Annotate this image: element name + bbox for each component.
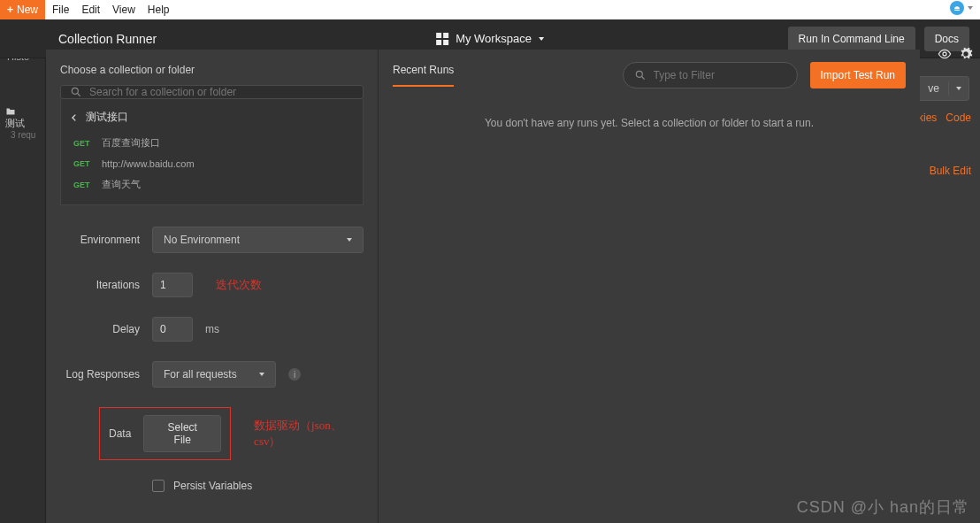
annotation-iterations: 迭代次数 bbox=[216, 277, 262, 293]
sidebar-coll-label: 测试 bbox=[5, 118, 25, 128]
gear-icon[interactable] bbox=[959, 46, 973, 62]
method-badge: GET bbox=[73, 181, 95, 189]
workspace-icon bbox=[436, 33, 448, 45]
run-cmd-button[interactable]: Run In Command Line bbox=[788, 27, 915, 51]
environment-value: No Environment bbox=[164, 234, 240, 246]
annotation-data: 数据驱动（json、csv） bbox=[254, 418, 364, 450]
tree-item-label: 查询天气 bbox=[102, 178, 141, 191]
tree-back-label: 测试接口 bbox=[86, 110, 128, 125]
menu-edit[interactable]: Edit bbox=[81, 4, 100, 16]
method-badge: GET bbox=[73, 139, 95, 148]
tree-item[interactable]: GEThttp://www.baidu.com bbox=[70, 154, 354, 173]
delay-label: Delay bbox=[60, 323, 140, 335]
runs-filter-input[interactable] bbox=[654, 69, 786, 81]
log-label: Log Responses bbox=[60, 368, 140, 381]
chevron-down-icon bbox=[539, 37, 544, 41]
svg-line-4 bbox=[78, 94, 80, 96]
recent-runs-tab[interactable]: Recent Runs bbox=[393, 64, 454, 87]
data-label: Data bbox=[109, 427, 131, 440]
page-title: Collection Runner bbox=[14, 32, 157, 46]
tree-item-label: http://www.baidu.com bbox=[102, 158, 195, 169]
collection-tree: 测试接口 GET百度查询接口 GEThttp://www.baidu.com G… bbox=[60, 99, 364, 205]
search-icon bbox=[634, 69, 647, 81]
avatar[interactable] bbox=[950, 1, 964, 15]
save-label: ve bbox=[919, 77, 948, 100]
svg-line-6 bbox=[641, 77, 644, 80]
iterations-input[interactable] bbox=[152, 273, 193, 297]
plus-icon: + bbox=[7, 4, 13, 16]
chevron-left-icon bbox=[70, 113, 79, 122]
environment-label: Environment bbox=[60, 234, 140, 246]
sidebar: Filter Histo 测试 3 requ bbox=[0, 19, 46, 523]
delay-unit: ms bbox=[205, 323, 219, 335]
persist-label: Persist Variables bbox=[173, 480, 252, 492]
menubar: + New File Edit View Help bbox=[0, 0, 980, 19]
workspace-switcher[interactable]: My Workspace bbox=[436, 32, 544, 45]
environment-select[interactable]: No Environment bbox=[152, 227, 364, 253]
persist-checkbox[interactable] bbox=[152, 480, 165, 492]
sidebar-collection[interactable]: 测试 3 requ bbox=[0, 97, 45, 149]
cookies-link[interactable]: kies bbox=[918, 112, 937, 124]
chevron-down-icon bbox=[347, 238, 352, 242]
tree-item[interactable]: GET百度查询接口 bbox=[70, 132, 354, 154]
new-button[interactable]: + New bbox=[0, 0, 45, 19]
code-link[interactable]: Code bbox=[946, 112, 971, 124]
svg-point-2 bbox=[943, 52, 946, 56]
runs-filter[interactable] bbox=[623, 62, 798, 88]
tree-back[interactable]: 测试接口 bbox=[70, 106, 354, 132]
log-select[interactable]: For all requests bbox=[152, 361, 276, 388]
select-file-button[interactable]: Select File bbox=[143, 415, 221, 452]
tree-item-label: 百度查询接口 bbox=[102, 136, 160, 150]
save-button[interactable]: ve bbox=[918, 76, 969, 101]
search-icon bbox=[70, 86, 82, 98]
tree-item[interactable]: GET查询天气 bbox=[70, 173, 354, 196]
info-icon[interactable]: i bbox=[288, 368, 301, 381]
collection-search[interactable] bbox=[60, 85, 364, 99]
workspace-label: My Workspace bbox=[456, 32, 532, 45]
choose-label: Choose a collection or folder bbox=[60, 64, 364, 76]
save-caret[interactable] bbox=[948, 81, 969, 96]
new-label: New bbox=[17, 4, 38, 16]
folder-icon bbox=[5, 106, 16, 117]
iterations-label: Iterations bbox=[60, 279, 140, 291]
menu-help[interactable]: Help bbox=[148, 4, 170, 16]
eye-icon[interactable] bbox=[938, 46, 952, 62]
import-test-run-button[interactable]: Import Test Run bbox=[810, 62, 906, 88]
chevron-down-icon bbox=[259, 373, 264, 376]
svg-point-3 bbox=[72, 88, 78, 94]
log-value: For all requests bbox=[164, 368, 237, 381]
menu-view[interactable]: View bbox=[112, 4, 135, 16]
empty-message: You don't have any runs yet. Select a co… bbox=[393, 117, 906, 129]
method-badge: GET bbox=[73, 159, 95, 168]
runner-panel: Choose a collection or folder 测试接口 GET百度… bbox=[46, 50, 920, 523]
avatar-caret-icon[interactable] bbox=[968, 6, 973, 10]
menu-file[interactable]: File bbox=[52, 4, 69, 16]
delay-input[interactable] bbox=[152, 317, 193, 342]
collection-search-input[interactable] bbox=[89, 86, 354, 98]
svg-point-5 bbox=[636, 71, 642, 77]
sidebar-coll-sub: 3 requ bbox=[5, 130, 40, 140]
bulk-edit-link[interactable]: Bulk Edit bbox=[930, 165, 971, 177]
